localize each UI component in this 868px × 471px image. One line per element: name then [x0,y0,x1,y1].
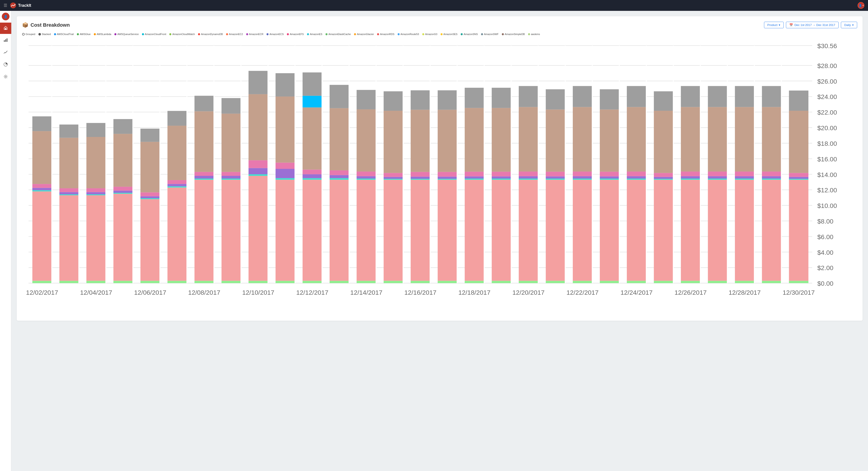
svg-rect-125 [303,107,322,169]
legend-stacked[interactable]: Stacked [38,33,51,35]
legend-amazonglacier[interactable]: AmazonGlacier [354,33,374,35]
svg-text:12/10/2017: 12/10/2017 [242,289,274,296]
legend-amazonsimpledb[interactable]: AmazonSimpleDB [502,33,525,35]
svg-rect-193 [546,281,565,283]
svg-rect-90 [194,179,214,180]
svg-rect-237 [681,171,700,176]
svg-rect-210 [600,180,619,281]
svg-rect-235 [681,179,700,180]
sidebar-item-settings[interactable] [0,71,11,83]
svg-rect-241 [708,281,727,283]
svg-rect-96 [221,281,241,283]
svg-rect-175 [465,88,484,108]
sidebar-item-home[interactable] [0,23,11,34]
amazonglacier-dot [354,33,356,35]
svg-rect-151 [383,91,403,111]
legend-amazonecr[interactable]: AmazonECR [246,33,264,35]
legend-amazonelasticache[interactable]: AmazonElastiCache [326,33,351,35]
amazonelasticache-dot [326,33,328,35]
settings-icon [4,74,8,80]
sidebar-item-barchart[interactable] [0,35,11,46]
amazoncloudfront-dot [142,33,144,35]
svg-rect-92 [194,172,214,176]
svg-rect-156 [411,177,430,179]
svg-rect-132 [330,175,349,178]
legend-awslambda[interactable]: AWSLambda [94,33,111,35]
legend-amazondynamodb[interactable]: AmazonDynamoDB [198,33,223,35]
sidebar: 👤 [0,11,11,471]
legend-amazonecs[interactable]: AmazonECS [267,33,284,35]
svg-rect-93 [194,111,214,172]
bar-chart-icon [4,38,8,43]
svg-rect-57 [86,195,106,281]
legend-awsglue[interactable]: AWSGlue [77,33,91,35]
awscloudtrail-dot [54,33,56,35]
topnav: ☰ TrackIt 👤 ▾ [0,0,868,11]
legend-amazoncloudwatch[interactable]: AmazonCloudWatch [169,33,195,35]
amazoncloudwatch-dot [169,33,171,35]
svg-rect-252 [735,176,754,179]
svg-rect-52 [59,188,79,192]
legend-amazones[interactable]: AmazonES [307,33,322,35]
legend-awscloudtrail[interactable]: AWSCloudTrail [54,33,74,35]
amazondynamodb-dot [198,33,200,35]
svg-text:12/16/2017: 12/16/2017 [404,289,436,296]
svg-rect-157 [411,172,430,177]
amazonses-dot [440,33,442,35]
controls-area: Product ▾ 📅 Dec 1st 2017 → Dec 31st 2017… [764,22,857,28]
page-title-area: 📦 Cost Breakdown [22,22,70,28]
legend-amazonses[interactable]: AmazonSES [440,33,458,35]
svg-rect-68 [114,187,133,191]
legend-amazons3[interactable]: AmazonS3 [422,33,437,35]
svg-rect-211 [600,179,619,180]
svg-rect-222 [627,107,646,172]
svg-rect-177 [492,281,511,283]
svg-rect-51 [59,192,79,194]
legend-amazonswf[interactable]: AmazonSWF [481,33,499,35]
svg-rect-255 [735,86,754,107]
user-dropdown-chevron: ▾ [863,4,864,6]
svg-rect-217 [627,281,646,283]
user-avatar-icon: 👤 [859,4,862,7]
svg-rect-56 [86,281,106,283]
svg-rect-229 [654,173,673,177]
svg-rect-268 [789,177,808,179]
legend-amazonsns[interactable]: AmazonSNS [461,33,478,35]
sidebar-item-linechart[interactable] [0,47,11,58]
svg-rect-226 [654,180,673,281]
svg-text:$20.00: $20.00 [817,124,837,131]
product-label: Product [767,23,778,27]
legend-amazonrds[interactable]: AmazonRDS [377,33,395,35]
legend-amazonroute53[interactable]: AmazonRoute53 [398,33,419,35]
product-dropdown-button[interactable]: Product ▾ [764,22,784,28]
svg-rect-190 [519,107,538,172]
hamburger-menu[interactable]: ☰ [4,3,7,8]
sidebar-item-piechart[interactable] [0,59,11,70]
svg-rect-2 [5,28,6,30]
svg-text:$6.00: $6.00 [817,233,833,241]
svg-rect-114 [276,178,295,180]
amazonecr-dot [246,33,248,35]
svg-rect-142 [357,109,376,171]
legend-grouped[interactable]: Grouped [22,33,35,35]
legend-amazonec2[interactable]: AmazonEC2 [226,33,243,35]
granularity-dropdown-button[interactable]: Daily ▾ [841,22,857,28]
legend-amazoncloudfront[interactable]: AmazonCloudFront [142,33,166,35]
svg-rect-172 [465,176,484,179]
legend-awsqueueservice[interactable]: AWSQueueService [114,33,138,35]
date-range-button[interactable]: 📅 Dec 1st 2017 → Dec 31st 2017 [786,22,839,28]
legend-awskms[interactable]: awskms [528,33,540,35]
svg-text:12/30/2017: 12/30/2017 [782,289,815,296]
sidebar-item-user[interactable]: 👤 [2,13,9,20]
svg-rect-205 [573,171,592,176]
svg-text:12/14/2017: 12/14/2017 [350,289,382,296]
user-menu-button[interactable]: 👤 ▾ [858,2,864,9]
legend-amazonefs[interactable]: AmazonEFS [287,33,304,35]
svg-rect-215 [600,89,619,109]
svg-rect-162 [438,180,457,281]
cost-breakdown-card: 📦 Cost Breakdown Product ▾ 📅 Dec 1st 201… [17,16,863,321]
svg-rect-59 [86,192,106,194]
svg-rect-148 [383,177,403,179]
svg-rect-66 [114,193,133,194]
svg-rect-4 [5,39,6,42]
